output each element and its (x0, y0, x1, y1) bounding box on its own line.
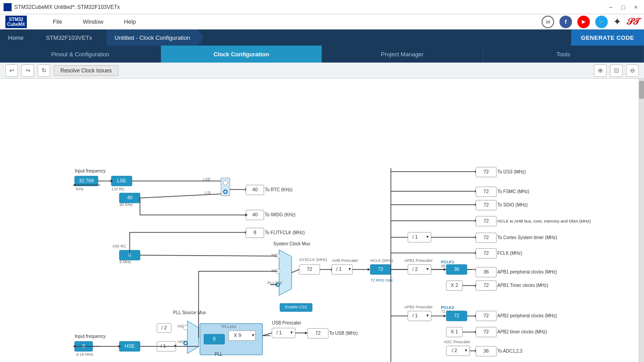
apb2-pre-arrow: ▼ (426, 313, 430, 318)
nav-arrow-device (100, 29, 106, 46)
clock-diagram-svg: Input frequency 32.768 KHz LSE LSI RC 40… (0, 79, 639, 362)
menu-window[interactable]: Window (79, 17, 107, 27)
hsi-rc-label: HSI RC (113, 244, 127, 248)
flit-label: To FLITFCLK (MHz) (265, 230, 305, 235)
flit-val: 8 (254, 230, 256, 235)
wire-hsi-sysclk (140, 255, 278, 256)
apb2-periph-label: APB2 peripheral clocks (MHz) (497, 313, 557, 318)
window-title: STM32CubeMX Untitled*: STM32F103VETx (14, 4, 606, 10)
adc-out-value: 36 (483, 348, 489, 354)
fsmc-value: 72 (483, 189, 489, 194)
i2s3-label: To I2S3 (MHz) (497, 169, 526, 174)
lse-khz-label: KHz (76, 187, 84, 191)
scrollbar-thumb[interactable] (639, 81, 644, 99)
apb1-timer-value: 72 (483, 282, 489, 288)
zoom-out-button[interactable]: ⊖ (626, 64, 639, 77)
app-logo-small (4, 3, 12, 11)
zoom-in-button[interactable]: ⊕ (594, 64, 606, 77)
title-bar: STM32CubeMX Untitled*: STM32F103VETx − □… (0, 0, 644, 14)
close-button[interactable]: × (631, 3, 640, 12)
adc-pre-value: / 2 (452, 348, 457, 353)
logo-box: STM32CubeMX (5, 16, 27, 28)
lsi-rc-value: 40 (127, 195, 132, 200)
lsi-40khz-label: 40 KHz (119, 202, 133, 207)
sdio-top-label: To SDIO (MHz) (497, 202, 528, 207)
window-controls[interactable]: − □ × (606, 3, 640, 12)
youtube-icon[interactable]: ▶ (577, 16, 590, 28)
lse-input-label: Input frequency (75, 168, 106, 173)
tab-project[interactable]: Project Manager (322, 46, 483, 63)
undo-button[interactable]: ↩ (5, 64, 18, 77)
hclk-max-label: 72 MHz max (370, 278, 393, 282)
tab-clock[interactable]: Clock Configuration (161, 46, 322, 63)
redo-button[interactable]: ↪ (21, 64, 34, 77)
apb2-x1-value: X 1 (451, 329, 458, 334)
clock-diagram-area: Input frequency 32.768 KHz LSE LSI RC 40… (0, 79, 639, 362)
iwdg-val: 40 (252, 212, 258, 217)
arrow-usb-out (305, 332, 308, 334)
arrow-lse-back (73, 184, 76, 186)
pll-mux-hsi-radio[interactable] (183, 325, 188, 330)
apb1-periph-label: APB1 peripheral clocks (MHz) (497, 269, 557, 274)
iwdg-label: To IWDG (KHz) (265, 212, 296, 217)
apb2-timer-label: APB2 timer clocks (MHz) (497, 329, 547, 334)
enable-css-label: Enable CSS (285, 305, 307, 309)
arrow-hse-back (73, 345, 76, 348)
zoom-fit-button[interactable]: ⊡ (610, 64, 623, 77)
nav-device-label: STM32F103VETx (46, 34, 92, 41)
apb2-periph-value: 72 (483, 313, 489, 318)
pclk1-value: 36 (454, 266, 459, 272)
arrow-apb2-pclk2 (444, 315, 446, 317)
menu-help[interactable]: Help (120, 17, 140, 27)
pll-mul-label: *PLLMul (221, 324, 236, 329)
fclk-out-value: 72 (483, 250, 489, 256)
arrow-ahb-hclk (368, 268, 370, 271)
nav-bar: Home STM32F103VETx Untitled - Clock Conf… (0, 29, 644, 46)
pll-label: PLL (215, 352, 223, 357)
twitter-icon[interactable]: 🐦 (595, 16, 608, 28)
hse-input-label: Input frequency (75, 334, 106, 339)
minimize-button[interactable]: − (606, 3, 615, 12)
nav-arrow-home (32, 29, 37, 46)
sysclk-label: SYSCLK (MHz) (299, 257, 327, 262)
hse-label-main: HSE (125, 343, 135, 349)
usb-out-value: 72 (315, 330, 321, 336)
ahb-pre-arrow: ▼ (348, 267, 352, 271)
arrow-apb1-pclk1 (444, 268, 446, 271)
cortex-pre-arrow: ▼ (426, 235, 430, 239)
nav-current[interactable]: Untitled - Clock Configuration (106, 29, 198, 46)
hse-4-16-label: 4-16 MHz (76, 352, 94, 357)
hse-pre-value: / 1 (161, 343, 166, 349)
menu-file[interactable]: File (49, 17, 66, 27)
fsmc-label: To FSMC (MHz) (497, 189, 530, 194)
hse-input-value: 8 (82, 343, 85, 349)
vertical-scrollbar[interactable] (639, 79, 644, 362)
sdio-top-value: 72 (483, 202, 489, 207)
network-icon[interactable]: ✦ (613, 16, 621, 28)
sysclk-mux-shape (279, 250, 292, 295)
apb1-pre-value: / 2 (412, 266, 418, 272)
lse-label: LSE (117, 178, 127, 183)
refresh-button[interactable]: ↻ (38, 64, 50, 77)
nav-device[interactable]: STM32F103VETx (38, 29, 100, 46)
tab-bar: Pinout & Configuration Clock Configurati… (0, 46, 644, 63)
nav-home[interactable]: Home (0, 29, 32, 46)
wire-lsi-mux (140, 194, 221, 198)
lse-mux-radio2-inner (225, 191, 227, 193)
pll-mux-shape (187, 321, 199, 354)
tab-pinout[interactable]: Pinout & Configuration (0, 46, 161, 63)
tab-tools[interactable]: Tools (483, 46, 644, 63)
generate-code-button[interactable]: GENERATE CODE (571, 29, 644, 46)
lse-input-value: 32.768 (79, 178, 94, 183)
facebook-icon[interactable]: f (559, 16, 572, 28)
resolve-clock-button[interactable]: Resolve Clock Issues (54, 65, 119, 76)
usb-pre-value: / 1 (276, 330, 282, 335)
maximize-button[interactable]: □ (619, 3, 627, 12)
app-logo: STM32CubeMX (5, 16, 27, 28)
version-icon: 10 (542, 16, 554, 28)
lse-mux-radio1[interactable] (223, 181, 228, 185)
hclk-value: 72 (378, 266, 383, 272)
adc-pre-label: ADC Prescaler (444, 340, 470, 344)
hclk-label: HCLK (MHz) (370, 258, 393, 263)
st-logo-icon[interactable]: 𝒮𝒯 (627, 17, 639, 27)
